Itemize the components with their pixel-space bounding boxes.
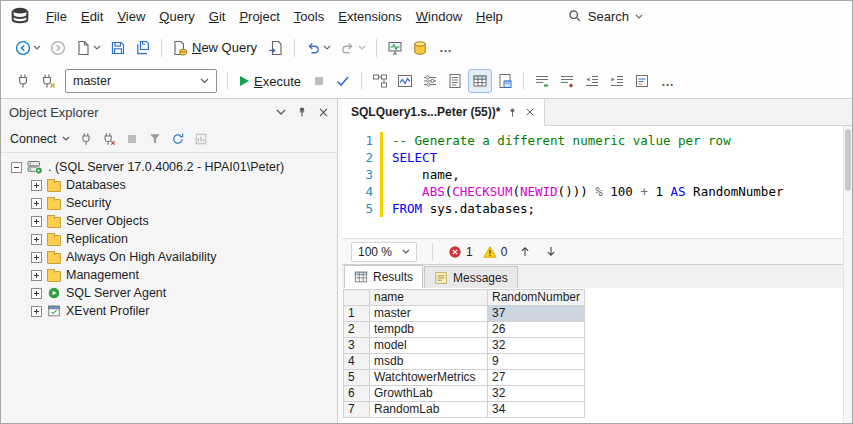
expand-icon[interactable] [31,198,42,209]
tree-item-always-on[interactable]: Always On High Availability [1,248,337,266]
table-row[interactable]: 6 GrowthLab 32 [344,386,585,402]
code-editor[interactable]: 1 -- Generate a different numeric value … [342,126,852,238]
value-cell[interactable]: 9 [488,354,585,370]
value-cell[interactable]: 32 [488,338,585,354]
disconnect-icon[interactable] [102,132,116,146]
browse-database-button[interactable] [408,36,432,60]
next-issue-button[interactable] [543,245,559,258]
tab-messages[interactable]: Messages [424,266,518,288]
menu-tools[interactable]: Tools [287,5,331,28]
pin-icon[interactable] [507,107,518,118]
parse-button[interactable] [331,69,355,93]
corner-header-cell[interactable] [344,290,370,306]
warning-count-button[interactable]: 0 [483,245,508,259]
name-cell[interactable]: RandomLab [370,402,488,418]
tree-item-server[interactable]: . (SQL Server 17.0.4006.2 - HPAI01\Peter… [1,158,337,176]
collapse-icon[interactable] [11,162,22,173]
search-control[interactable]: Search [562,6,649,27]
results-to-grid-button[interactable] [468,69,492,93]
reports-icon[interactable] [194,132,208,146]
table-row[interactable]: 7 RandomLab 34 [344,402,585,418]
row-number-cell[interactable]: 6 [344,386,370,402]
zoom-dropdown[interactable]: 100 % [351,242,417,262]
close-icon[interactable] [318,107,329,118]
name-cell[interactable]: model [370,338,488,354]
toolbar-overflow-button[interactable]: … [655,72,681,91]
row-number-cell[interactable]: 1 [344,306,370,322]
redo-button[interactable] [336,36,370,60]
connect-button[interactable] [11,69,35,93]
menu-view[interactable]: View [110,5,152,28]
window-position-icon[interactable] [276,109,286,115]
results-to-file-button[interactable] [493,69,517,93]
row-number-cell[interactable]: 4 [344,354,370,370]
menu-query[interactable]: Query [152,5,201,28]
error-count-button[interactable]: 1 [448,245,473,259]
tree-item-replication[interactable]: Replication [1,230,337,248]
name-cell[interactable]: tempdb [370,322,488,338]
row-number-cell[interactable]: 7 [344,402,370,418]
tree-item-security[interactable]: Security [1,194,337,212]
tree-item-sql-server-agent[interactable]: SQL Server Agent [1,284,337,302]
value-cell[interactable]: 27 [488,370,585,386]
column-header-randomnumber[interactable]: RandomNumber [488,290,585,306]
column-header-name[interactable]: name [370,290,488,306]
tree-item-server-objects[interactable]: Server Objects [1,212,337,230]
live-statistics-button[interactable] [393,69,417,93]
results-to-text-button[interactable] [443,69,467,93]
uncomment-button[interactable] [555,69,579,93]
comment-button[interactable] [530,69,554,93]
save-button[interactable] [106,36,130,60]
scrollbar-thumb[interactable] [845,129,851,191]
toolbar-overflow-button[interactable]: … [433,38,459,57]
cancel-query-button[interactable] [308,70,330,92]
row-number-cell[interactable]: 3 [344,338,370,354]
menu-project[interactable]: Project [232,5,286,28]
menu-edit[interactable]: Edit [74,5,110,28]
row-number-cell[interactable]: 2 [344,322,370,338]
expand-icon[interactable] [31,216,42,227]
connect-icon[interactable] [79,132,93,146]
value-cell[interactable]: 32 [488,386,585,402]
activity-monitor-button[interactable] [383,36,407,60]
estimated-plan-button[interactable] [368,69,392,93]
table-row[interactable]: 4 msdb 9 [344,354,585,370]
filter-icon[interactable] [148,132,162,146]
expand-icon[interactable] [31,252,42,263]
save-all-button[interactable] [131,36,155,60]
increase-indent-button[interactable] [605,69,629,93]
new-query-button[interactable]: New Query [168,36,263,60]
decrease-indent-button[interactable] [580,69,604,93]
query-options-button[interactable] [418,69,442,93]
expand-icon[interactable] [31,234,42,245]
navigate-forward-button[interactable] [46,36,70,60]
open-query-button[interactable] [264,36,288,60]
vertical-scrollbar[interactable] [843,126,852,423]
database-dropdown[interactable]: master [65,69,217,93]
expand-icon[interactable] [31,180,42,191]
value-cell[interactable]: 34 [488,402,585,418]
value-cell[interactable]: 37 [488,306,585,322]
tree-item-management[interactable]: Management [1,266,337,284]
tree-item-xevent-profiler[interactable]: XEvent Profiler [1,302,337,320]
table-row[interactable]: 1 master 37 [344,306,585,322]
connect-dropdown[interactable]: Connect [10,132,70,146]
row-number-cell[interactable]: 5 [344,370,370,386]
table-row[interactable]: 3 model 32 [344,338,585,354]
name-cell[interactable]: master [370,306,488,322]
menu-file[interactable]: File [39,5,74,28]
name-cell[interactable]: GrowthLab [370,386,488,402]
menu-window[interactable]: Window [409,5,469,28]
undo-button[interactable] [301,36,335,60]
pin-icon[interactable] [296,106,308,118]
name-cell[interactable]: msdb [370,354,488,370]
menu-git[interactable]: Git [202,5,233,28]
expand-icon[interactable] [31,288,42,299]
change-connection-button[interactable] [36,69,60,93]
refresh-icon[interactable] [171,132,185,146]
new-file-button[interactable] [71,36,105,60]
navigate-back-button[interactable] [11,36,45,60]
tab-sqlquery1[interactable]: SQLQuery1.s...Peter (55))* [342,99,545,126]
previous-issue-button[interactable] [517,245,533,258]
tab-results[interactable]: Results [344,265,423,288]
